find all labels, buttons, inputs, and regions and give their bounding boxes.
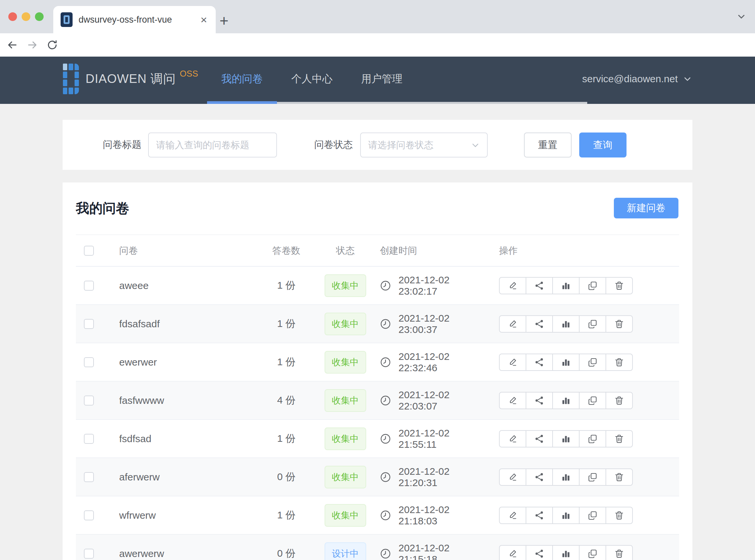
site-favicon	[61, 12, 73, 27]
action-share-button[interactable]	[526, 507, 553, 524]
survey-status-select[interactable]: 请选择问卷状态	[360, 133, 488, 158]
action-delete-button[interactable]	[606, 545, 633, 560]
action-share-button[interactable]	[526, 545, 553, 560]
share-icon	[534, 319, 544, 329]
action-copy-button[interactable]	[579, 468, 606, 486]
action-group	[499, 354, 633, 371]
action-stats-button[interactable]	[552, 392, 579, 409]
action-share-button[interactable]	[526, 468, 553, 486]
nav-tab-user-management[interactable]: 用户管理	[347, 57, 417, 101]
action-stats-button[interactable]	[552, 545, 579, 560]
row-checkbox[interactable]	[84, 549, 94, 559]
edit-icon	[508, 357, 518, 367]
action-delete-button[interactable]	[606, 354, 633, 371]
clock-icon	[380, 395, 391, 406]
account-dropdown[interactable]: service@diaowen.net	[582, 57, 692, 101]
action-edit-button[interactable]	[499, 430, 526, 447]
action-group	[499, 277, 633, 294]
row-checkbox[interactable]	[84, 396, 94, 405]
row-checkbox[interactable]	[84, 319, 94, 329]
action-copy-button[interactable]	[579, 430, 606, 447]
action-delete-button[interactable]	[606, 315, 633, 333]
search-button[interactable]: 查询	[579, 133, 627, 158]
browser-toolbar: localhost:8083/#/dw/survey/ ⋮	[0, 33, 755, 57]
edit-icon	[508, 549, 518, 559]
copy-icon	[588, 357, 597, 367]
tab-search-chevron-icon[interactable]	[736, 11, 746, 21]
survey-title-input[interactable]: 请输入查询的问卷标题	[148, 133, 277, 158]
action-copy-button[interactable]	[579, 392, 606, 409]
tab-close-icon[interactable]: ×	[199, 14, 208, 25]
edit-icon	[508, 396, 518, 405]
action-share-button[interactable]	[526, 430, 553, 447]
action-edit-button[interactable]	[499, 315, 526, 333]
copy-icon	[588, 281, 597, 291]
action-share-button[interactable]	[526, 354, 553, 371]
row-checkbox[interactable]	[84, 472, 94, 482]
share-icon	[534, 396, 544, 405]
logo-text: DIAOWEN 调问	[85, 71, 176, 87]
status-badge: 收集中	[325, 427, 366, 450]
new-tab-button[interactable]: +	[216, 12, 233, 29]
forward-button[interactable]	[25, 39, 40, 51]
action-copy-button[interactable]	[579, 545, 606, 560]
action-copy-button[interactable]	[579, 354, 606, 371]
answer-count: 1 份	[277, 355, 295, 369]
action-copy-button[interactable]	[579, 277, 606, 294]
action-share-button[interactable]	[526, 315, 553, 333]
action-stats-button[interactable]	[552, 354, 579, 371]
action-share-button[interactable]	[526, 392, 553, 409]
select-chevron-icon	[471, 141, 480, 149]
action-copy-button[interactable]	[579, 507, 606, 524]
action-delete-button[interactable]	[606, 430, 633, 447]
action-edit-button[interactable]	[499, 354, 526, 371]
nav-tab-personal-center[interactable]: 个人中心	[277, 57, 347, 101]
action-stats-button[interactable]	[552, 315, 579, 333]
col-created: 创建时间	[371, 244, 486, 257]
create-survey-button[interactable]: 新建问卷	[614, 198, 678, 218]
survey-name: ewerwer	[119, 357, 157, 367]
reload-button[interactable]	[45, 39, 60, 51]
window-minimize-button[interactable]	[22, 12, 30, 21]
action-stats-button[interactable]	[552, 277, 579, 294]
action-delete-button[interactable]	[606, 277, 633, 294]
browser-tab[interactable]: dwsurvey-oss-front-vue ×	[53, 6, 216, 33]
select-all-checkbox[interactable]	[84, 246, 94, 256]
survey-name: fsdfsad	[119, 433, 151, 444]
action-share-button[interactable]	[526, 277, 553, 294]
action-delete-button[interactable]	[606, 507, 633, 524]
action-delete-button[interactable]	[606, 392, 633, 409]
delete-icon	[614, 357, 624, 367]
action-edit-button[interactable]	[499, 545, 526, 560]
row-checkbox[interactable]	[84, 434, 94, 444]
action-edit-button[interactable]	[499, 468, 526, 486]
action-edit-button[interactable]	[499, 277, 526, 294]
action-copy-button[interactable]	[579, 315, 606, 333]
action-stats-button[interactable]	[552, 430, 579, 447]
status-badge: 设计中	[325, 542, 366, 560]
action-stats-button[interactable]	[552, 507, 579, 524]
stats-icon	[561, 434, 571, 444]
action-edit-button[interactable]	[499, 392, 526, 409]
created-time: 2021-12-02 21:20:31	[399, 466, 486, 488]
back-button[interactable]	[5, 39, 20, 51]
action-stats-button[interactable]	[552, 468, 579, 486]
window-zoom-button[interactable]	[35, 12, 44, 21]
nav-tab-my-surveys[interactable]: 我的问卷	[207, 57, 277, 101]
row-checkbox[interactable]	[84, 281, 94, 291]
action-delete-button[interactable]	[606, 468, 633, 486]
delete-icon	[614, 396, 624, 405]
reset-button[interactable]: 重置	[524, 133, 572, 158]
delete-icon	[614, 434, 624, 444]
action-edit-button[interactable]	[499, 507, 526, 524]
action-group	[499, 315, 633, 333]
clock-icon	[380, 548, 391, 559]
action-group	[499, 430, 633, 447]
row-checkbox[interactable]	[84, 357, 94, 367]
window-close-button[interactable]	[8, 12, 17, 21]
app-logo[interactable]: DIAOWEN 调问 OSS	[63, 57, 198, 101]
stats-icon	[561, 357, 571, 367]
table-body: aweee 1 份 收集中 2021-12-02 23:02:17 fdsafs…	[76, 267, 679, 560]
chevron-down-icon	[683, 75, 692, 83]
row-checkbox[interactable]	[84, 511, 94, 520]
